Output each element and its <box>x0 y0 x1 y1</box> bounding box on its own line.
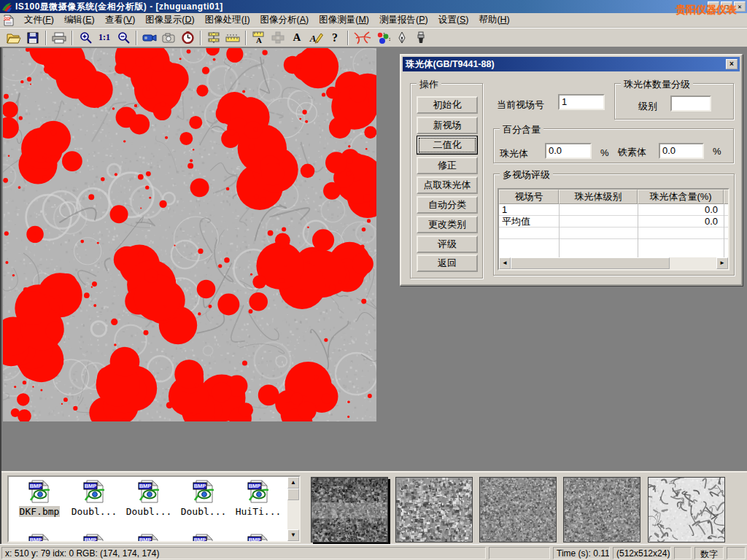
scroll-left-icon[interactable]: ◄ <box>499 257 511 269</box>
ferrite-percent-input[interactable]: 0.0 <box>659 143 704 159</box>
help-icon[interactable]: ? <box>325 29 344 46</box>
timer-icon[interactable] <box>178 29 197 46</box>
menu-file[interactable]: 文件(F) <box>19 12 59 28</box>
col-header-field[interactable]: 视场号 <box>499 190 559 204</box>
file-item[interactable]: Doubl... <box>177 480 230 517</box>
specimen-image[interactable] <box>3 48 376 421</box>
pearlite-dialog: 珠光体(GB/T9441-88) × 操作 初始化 新视场 二值化 修正 点取珠… <box>400 54 743 286</box>
image-size-status: (512x512x24) <box>613 547 671 559</box>
file-item[interactable]: Doubl... <box>123 480 175 517</box>
file-list-vscrollbar[interactable]: ▲ ▼ <box>287 477 299 541</box>
vscroll-thumb[interactable] <box>287 489 299 500</box>
save-icon[interactable] <box>23 29 42 46</box>
file-item[interactable]: Doubl... <box>68 480 120 517</box>
toolbar-separator <box>45 31 47 45</box>
ruler-icon[interactable] <box>223 29 242 46</box>
multi-field-table: 视场号 珠光体级别 珠光体含量(%) 铁素体 1 0.0 平均值 0.0 <box>498 188 729 271</box>
bmp-file-icon <box>28 534 51 542</box>
svg-text:DOC: DOC <box>4 17 12 20</box>
grade-button[interactable]: 评级 <box>417 236 478 253</box>
col-header-grade[interactable]: 珠光体级别 <box>559 190 638 204</box>
title-bar: IS100显微摄像系统(金相分析版) - [zhuguangti01] _ ❐ … <box>0 0 747 13</box>
binarize-button[interactable]: 二值化 <box>417 136 478 155</box>
dialog-close-icon[interactable]: × <box>726 59 738 69</box>
thumbnail-2[interactable] <box>395 477 473 542</box>
toolbar-separator <box>245 31 247 45</box>
file-item[interactable]: HuiTi... <box>232 480 285 517</box>
file-item[interactable] <box>68 534 120 542</box>
file-item[interactable]: DKF.bmp <box>13 480 66 517</box>
correct-button[interactable]: 修正 <box>417 157 478 174</box>
menu-help[interactable]: 帮助(H) <box>473 12 514 28</box>
application-window: BMP IS100显微摄像系统(金相分析版) - [zhuguangti01] … <box>0 0 747 560</box>
table-row[interactable]: 1 0.0 <box>499 204 728 216</box>
grading-group: 珠光体数量分级 级别 <box>614 83 734 120</box>
bottom-panel: DKF.bmp Doubl... Doubl... Doubl... HuiTi… <box>1 471 747 544</box>
col-header-ferrite[interactable]: 铁素体 <box>724 190 729 204</box>
table-row[interactable]: 平均值 0.0 <box>499 216 728 228</box>
annotate-icon[interactable]: A <box>306 29 325 46</box>
brush-icon[interactable] <box>411 29 430 46</box>
classify-icon[interactable]: 13 <box>374 29 392 46</box>
bmp-file-icon <box>247 534 270 542</box>
table-hscrollbar[interactable]: ◄ ► <box>499 257 728 269</box>
menu-view[interactable]: 查看(V) <box>100 12 141 28</box>
bmp-file-icon <box>137 534 160 542</box>
dialog-title: 珠光体(GB/T9441-88) <box>406 58 495 71</box>
level-label: 级别 <box>638 100 657 113</box>
current-field-input[interactable]: 1 <box>558 94 605 110</box>
capture-icon[interactable] <box>159 29 178 46</box>
zoom-out-icon[interactable] <box>114 29 133 46</box>
menu-image-process[interactable]: 图像处理(I) <box>200 12 255 28</box>
col-header-pearlite-content[interactable]: 珠光体含量(%) <box>638 190 724 204</box>
mdi-client-area: 珠光体(GB/T9441-88) × 操作 初始化 新视场 二值化 修正 点取珠… <box>0 47 747 544</box>
menu-image-display[interactable]: 图像显示(D) <box>140 12 199 28</box>
hscroll-thumb[interactable] <box>511 257 670 269</box>
new-field-button[interactable]: 新视场 <box>417 117 478 134</box>
print-icon[interactable] <box>50 29 69 46</box>
curve-erase-icon[interactable] <box>352 29 374 46</box>
operations-group-label: 操作 <box>417 78 441 91</box>
status-bar: x: 510 y: 79 idx: 0 RGB: (174, 174, 174)… <box>0 544 747 560</box>
menu-image-measure[interactable]: 图像测量(M) <box>314 12 374 28</box>
time-status: Time (s): 0.113 <box>553 547 610 559</box>
file-item[interactable] <box>232 534 285 542</box>
return-button[interactable]: 返回 <box>417 254 478 272</box>
open-file-icon[interactable] <box>4 29 23 46</box>
scroll-down-icon[interactable]: ▼ <box>287 529 299 541</box>
merge-icon[interactable] <box>268 29 287 46</box>
change-class-button[interactable]: 更改类别 <box>417 216 478 233</box>
measure-text-icon[interactable]: A <box>249 29 268 46</box>
init-button[interactable]: 初始化 <box>417 96 478 114</box>
bmp-file-icon <box>247 480 270 503</box>
thumbnail-5[interactable] <box>648 477 725 542</box>
document-icon[interactable]: DOC <box>3 15 15 26</box>
thumbnail-1[interactable] <box>311 477 388 542</box>
pearlite-percent-input[interactable]: 0.0 <box>545 143 592 159</box>
menu-settings[interactable]: 设置(S) <box>433 12 474 28</box>
actual-size-icon[interactable]: 1:1 <box>95 29 114 46</box>
zoom-in-icon[interactable] <box>76 29 95 46</box>
pick-pearlite-button[interactable]: 点取珠光体 <box>417 176 478 194</box>
caliper-icon[interactable] <box>204 29 223 46</box>
text-icon[interactable]: A <box>287 29 306 46</box>
file-item[interactable] <box>13 534 66 542</box>
menu-report[interactable]: 测量报告(P) <box>374 12 433 28</box>
thumbnail-4[interactable] <box>563 477 640 542</box>
file-browser: DKF.bmp Doubl... Doubl... Doubl... HuiTi… <box>7 475 301 542</box>
menu-edit[interactable]: 编辑(E) <box>59 12 100 28</box>
file-item[interactable] <box>123 534 175 542</box>
menu-image-analysis[interactable]: 图像分析(A) <box>255 12 314 28</box>
video-camera-icon[interactable] <box>140 29 159 46</box>
ferrite-label: 铁素体 <box>618 146 646 159</box>
pearlite-label: 珠光体 <box>500 147 528 160</box>
scroll-right-icon[interactable]: ► <box>716 257 728 269</box>
thumbnail-3[interactable] <box>479 477 557 542</box>
dialog-title-bar[interactable]: 珠光体(GB/T9441-88) × <box>403 57 740 71</box>
auto-classify-button[interactable]: 自动分类 <box>417 196 478 214</box>
pen-icon[interactable] <box>392 29 411 46</box>
scroll-up-icon[interactable]: ▲ <box>287 477 299 489</box>
file-item[interactable] <box>177 534 230 542</box>
level-input[interactable] <box>670 96 711 112</box>
svg-text:A: A <box>256 36 262 44</box>
